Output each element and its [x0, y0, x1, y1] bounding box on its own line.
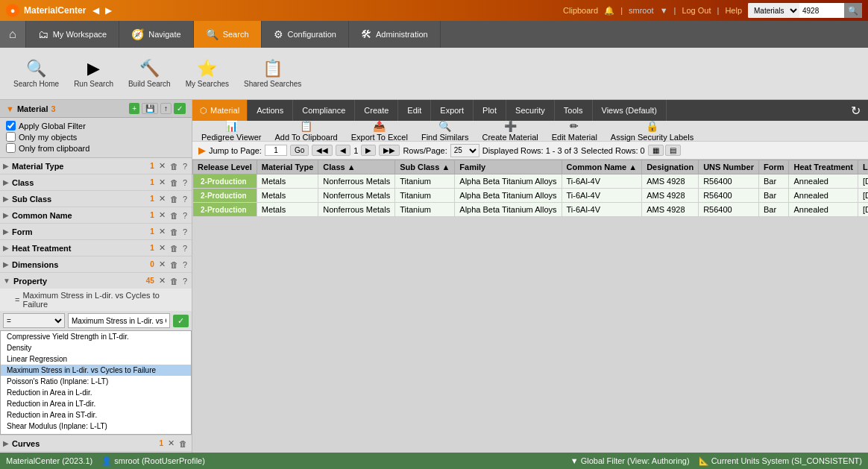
col-sub-class[interactable]: Sub Class ▲	[395, 160, 455, 174]
condition-class-header[interactable]: ▶ Class 1 ✕ 🗑 ?	[0, 174, 192, 190]
tab-create[interactable]: Create	[355, 100, 398, 121]
tab-views[interactable]: Views (Default)	[593, 100, 667, 121]
condition-property-help[interactable]: ?	[181, 275, 189, 286]
condition-library-header[interactable]: ▶ Library 1 ✕ 🗑	[0, 452, 192, 453]
condition-form-delete[interactable]: 🗑	[169, 226, 180, 237]
edit-material-button[interactable]: ✏ Edit Material	[546, 119, 603, 143]
table-row[interactable]: 2-Production Metals Nonferrous Metals Ti…	[193, 189, 869, 203]
my-searches-button[interactable]: ⭐ My Searches	[180, 56, 235, 91]
condition-common-name-help[interactable]: ?	[181, 210, 189, 221]
nav-home[interactable]: ⌂	[0, 21, 26, 48]
nav-item-administration[interactable]: 🛠 Administration	[349, 21, 441, 48]
nav-item-configuration[interactable]: ⚙ Configuration	[262, 21, 349, 48]
nav-forward-button[interactable]: ▶	[103, 5, 114, 16]
condition-form-clear[interactable]: ✕	[157, 226, 167, 237]
col-class[interactable]: Class ▲	[318, 160, 395, 174]
col-material-type[interactable]: Material Type	[257, 160, 318, 174]
go-button[interactable]: Go	[290, 145, 309, 156]
col-family[interactable]: Family	[455, 160, 562, 174]
tab-compliance[interactable]: Compliance	[293, 100, 355, 121]
col-form[interactable]: Form	[758, 160, 789, 174]
condition-class-help[interactable]: ?	[181, 177, 189, 188]
col-uns[interactable]: UNS Number	[699, 160, 759, 174]
condition-dimensions-header[interactable]: ▶ Dimensions 0 ✕ 🗑 ?	[0, 256, 192, 272]
tab-edit[interactable]: Edit	[398, 100, 431, 121]
run-search-button[interactable]: ▶ Run Search	[68, 56, 119, 91]
logout-link[interactable]: Log Out	[682, 6, 711, 15]
rows-per-page-select[interactable]: 25 50 100	[450, 144, 479, 157]
panel-add-button[interactable]: +	[129, 103, 139, 114]
condition-class-delete[interactable]: 🗑	[169, 177, 180, 188]
list-item[interactable]: Density	[1, 342, 191, 353]
nav-back-button[interactable]: ◀	[90, 5, 101, 16]
condition-heat-treatment-help[interactable]: ?	[181, 242, 189, 254]
condition-form-header[interactable]: ▶ Form 1 ✕ 🗑 ?	[0, 224, 192, 239]
top-search-input[interactable]	[799, 3, 844, 18]
table-row[interactable]: 2-Production Metals Nonferrous Metals Ti…	[193, 203, 869, 217]
build-search-button[interactable]: 🔨 Build Search	[122, 56, 177, 91]
col-designation[interactable]: Designation	[642, 160, 699, 174]
only-from-clipboard-checkbox[interactable]	[6, 143, 16, 153]
condition-curves-delete[interactable]: 🗑	[177, 438, 189, 449]
condition-common-name-delete[interactable]: 🗑	[169, 210, 180, 221]
tab-material[interactable]: ⬡ Material	[192, 100, 248, 121]
condition-curves-clear[interactable]: ✕	[166, 438, 176, 449]
condition-material-type-delete[interactable]: 🗑	[169, 160, 180, 171]
only-from-clipboard-label[interactable]: Only from clipboard	[6, 143, 186, 153]
page-jump-input[interactable]	[265, 145, 287, 156]
tab-tools[interactable]: Tools	[555, 100, 593, 121]
grid-view-button[interactable]: ▦	[648, 145, 664, 156]
panel-upload-button[interactable]: ↑	[160, 103, 172, 114]
top-search-button[interactable]: 🔍	[844, 3, 862, 18]
tab-plot[interactable]: Plot	[474, 100, 506, 121]
condition-sub-class-clear[interactable]: ✕	[157, 193, 167, 204]
last-page-button[interactable]: ▶▶	[379, 145, 400, 156]
expand-rows-icon[interactable]: ▶	[198, 145, 206, 156]
nav-item-navigate[interactable]: 🧭 Navigate	[119, 21, 193, 48]
create-material-button[interactable]: ➕ Create Material	[477, 119, 544, 143]
condition-heat-treatment-header[interactable]: ▶ Heat Treatment 1 ✕ 🗑 ?	[0, 240, 192, 256]
condition-curves-header[interactable]: ▶ Curves 1 ✕ 🗑	[0, 435, 192, 451]
panel-check-button[interactable]: ✓	[174, 103, 186, 114]
condition-common-name-header[interactable]: ▶ Common Name 1 ✕ 🗑 ?	[0, 207, 192, 223]
condition-property-delete[interactable]: 🗑	[169, 275, 180, 286]
list-item[interactable]: Shear Modulus (Inplane: L-LT)	[1, 421, 191, 432]
property-operator-select[interactable]: =	[3, 313, 65, 328]
condition-heat-treatment-delete[interactable]: 🗑	[169, 242, 180, 254]
condition-sub-class-delete[interactable]: 🗑	[169, 193, 180, 204]
condition-sub-class-help[interactable]: ?	[181, 193, 189, 204]
list-view-button[interactable]: ▤	[665, 145, 681, 156]
condition-dimensions-clear[interactable]: ✕	[157, 259, 167, 270]
export-to-excel-button[interactable]: 📤 Export To Excel	[345, 119, 414, 143]
condition-form-help[interactable]: ?	[181, 226, 189, 237]
only-my-objects-label[interactable]: Only my objects	[6, 132, 186, 142]
list-item[interactable]: Compressive Yield Strength in LT-dir.	[1, 331, 191, 342]
refresh-button[interactable]: ↻	[843, 100, 868, 121]
panel-save-button[interactable]: 💾	[142, 103, 158, 114]
first-page-button[interactable]: ◀◀	[312, 145, 333, 156]
condition-common-name-clear[interactable]: ✕	[157, 210, 167, 221]
condition-dimensions-help[interactable]: ?	[181, 259, 189, 270]
col-release[interactable]: Release Level	[193, 160, 257, 174]
tab-export[interactable]: Export	[431, 100, 474, 121]
assign-security-button[interactable]: 🔒 Assign Security Labels	[605, 119, 699, 143]
col-common-name[interactable]: Common Name ▲	[562, 160, 642, 174]
next-page-button[interactable]: ▶	[361, 145, 376, 156]
condition-property-header[interactable]: ▼ Property 45 ✕ 🗑 ?	[0, 273, 192, 289]
list-item[interactable]: Reduction in Area in L-dir.	[1, 387, 191, 398]
tab-security[interactable]: Security	[506, 100, 555, 121]
tab-actions[interactable]: Actions	[248, 100, 293, 121]
find-similars-button[interactable]: 🔍 Find Similars	[415, 119, 475, 143]
help-link[interactable]: Help	[725, 6, 742, 15]
list-item[interactable]: Shear Ultimate Strength (Inplane: L-LT)	[1, 432, 191, 435]
condition-material-type-help[interactable]: ?	[181, 160, 189, 171]
property-confirm-button[interactable]: ✓	[173, 315, 189, 327]
condition-dimensions-delete[interactable]: 🗑	[169, 259, 180, 270]
property-search-input[interactable]	[68, 313, 170, 328]
shared-searches-button[interactable]: 📋 Shared Searches	[238, 56, 307, 91]
condition-class-clear[interactable]: ✕	[157, 177, 167, 188]
search-home-button[interactable]: 🔍 Search Home	[7, 56, 65, 91]
pedigree-viewer-button[interactable]: 📊 Pedigree Viewer	[195, 119, 268, 143]
condition-sub-class-header[interactable]: ▶ Sub Class 1 ✕ 🗑 ?	[0, 191, 192, 207]
condition-material-type-header[interactable]: ▶ Material Type 1 ✕ 🗑 ?	[0, 158, 192, 174]
